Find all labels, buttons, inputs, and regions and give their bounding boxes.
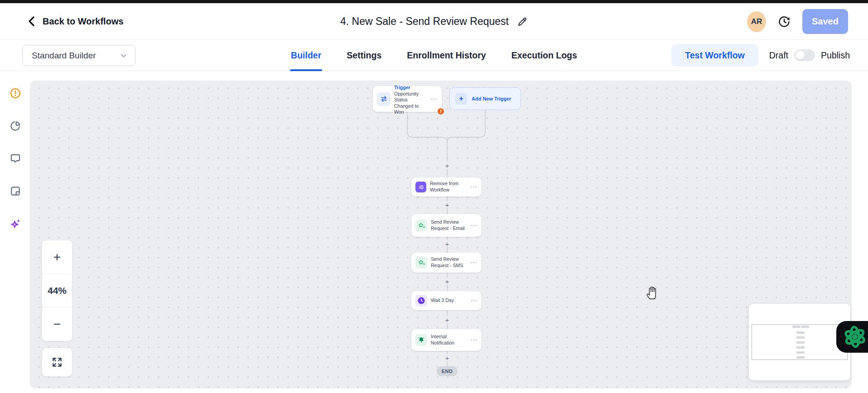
node-more-button[interactable]: ··· (471, 222, 477, 229)
workflow-builder-app: Back to Workflows 4. New Sale - Send Rev… (0, 0, 868, 393)
node-label: Internal Notification (431, 334, 467, 346)
back-label: Back to Workflows (43, 16, 124, 27)
action-node-send-review-request-sms[interactable]: Send Review Request - SMS ··· (411, 253, 482, 273)
add-step-connector[interactable]: + (444, 201, 451, 208)
node-more-button[interactable]: ··· (471, 337, 477, 343)
chat-bubble-icon (10, 153, 21, 164)
add-step-connector[interactable]: + (444, 316, 451, 323)
minimap-node (796, 356, 805, 359)
review-star-icon (415, 220, 427, 231)
minimap-node (796, 336, 805, 339)
trigger-more-button[interactable]: ··· (431, 96, 438, 102)
test-workflow-button[interactable]: Test Workflow (671, 44, 758, 67)
minimap-node (796, 341, 805, 344)
version-history-button[interactable] (778, 15, 791, 28)
zoom-controls: + 44% − (42, 240, 72, 341)
minimap[interactable] (749, 304, 850, 380)
wait-clock-icon (415, 295, 427, 307)
publish-group: Draft Publish (769, 49, 850, 61)
tab-bar: Builder Settings Enrollment History Exec… (291, 40, 577, 71)
tab-builder[interactable]: Builder (291, 40, 321, 71)
node-label: Send Review Request - Email (431, 219, 467, 231)
trigger-swap-icon (377, 92, 391, 106)
toolbar-right: Test Workflow Draft Publish (671, 44, 850, 67)
publish-label: Publish (821, 50, 850, 61)
add-new-trigger-label: Add New Trigger (472, 96, 511, 101)
minimap-node (796, 346, 805, 349)
builder-mode-select[interactable]: Standard Builder (22, 45, 135, 66)
stats-button[interactable] (10, 120, 21, 132)
fit-view-button[interactable] (42, 348, 72, 377)
chevron-down-icon (120, 52, 128, 60)
atom-icon (842, 324, 868, 350)
add-new-trigger-button[interactable]: + Add New Trigger (449, 87, 521, 110)
node-label: Remove from Workflow (430, 181, 467, 193)
action-node-send-review-request-email[interactable]: Send Review Request - Email ··· (411, 214, 482, 237)
extension-badge[interactable] (836, 321, 868, 353)
left-icon-rail (10, 87, 21, 230)
add-step-connector[interactable]: + (444, 240, 451, 247)
minimap-node (796, 351, 805, 354)
end-badge: END (437, 366, 458, 376)
header-right: AR Saved (747, 3, 848, 40)
action-node-remove-from-workflow[interactable]: Remove from Workflow ··· (411, 177, 482, 196)
comments-button[interactable] (10, 153, 21, 164)
avatar[interactable]: AR (747, 11, 766, 32)
toolbar: Standard Builder Builder Settings Enroll… (0, 40, 868, 71)
workflow-alerts-button[interactable] (10, 87, 21, 99)
notes-card-icon (10, 185, 21, 197)
zoom-out-button[interactable]: − (42, 307, 72, 341)
tab-enrollment-history[interactable]: Enrollment History (407, 40, 486, 71)
node-label: Wait 3 Day (431, 297, 467, 304)
ai-assistant-button[interactable] (10, 218, 21, 230)
node-label: Send Review Request - SMS (431, 256, 467, 268)
zoom-in-button[interactable]: + (42, 240, 72, 274)
trigger-warning-badge: ! (437, 107, 445, 115)
remove-from-workflow-icon (415, 182, 426, 192)
header: Back to Workflows 4. New Sale - Send Rev… (0, 3, 868, 40)
minimap-viewport[interactable] (752, 324, 848, 360)
review-star-icon (415, 257, 427, 268)
notification-bell-icon (415, 334, 427, 346)
add-step-connector[interactable]: + (444, 278, 451, 285)
pie-chart-icon (10, 120, 21, 132)
browser-top-strip (0, 0, 868, 3)
edit-title-button[interactable] (517, 16, 528, 27)
action-node-internal-notification[interactable]: Internal Notification ··· (411, 329, 482, 351)
node-more-button[interactable]: ··· (471, 259, 477, 266)
action-node-wait-3-day[interactable]: Wait 3 Day ··· (411, 291, 482, 310)
history-clock-icon (778, 15, 791, 28)
ai-sparkles-icon (10, 218, 21, 230)
trigger-text: Trigger Opportunity Status Changed to Wo… (394, 83, 427, 115)
minimap-node (801, 326, 809, 328)
zoom-level: 44% (42, 274, 72, 307)
notes-button[interactable] (10, 185, 21, 197)
tab-settings[interactable]: Settings (347, 40, 381, 71)
draft-label: Draft (769, 50, 788, 61)
toggle-knob (796, 51, 805, 60)
node-more-button[interactable]: ··· (471, 297, 477, 304)
node-more-button[interactable]: ··· (471, 184, 477, 190)
chevron-left-icon (27, 16, 36, 27)
alert-circle-icon (10, 87, 21, 99)
save-button[interactable]: Saved (802, 9, 848, 34)
title-wrap: 4. New Sale - Send Review Request (340, 3, 528, 40)
minimap-node (796, 331, 805, 334)
page-title: 4. New Sale - Send Review Request (340, 15, 509, 28)
expand-icon (51, 356, 63, 368)
tab-execution-logs[interactable]: Execution Logs (511, 40, 577, 71)
minimap-node (792, 326, 800, 328)
back-to-workflows-button[interactable]: Back to Workflows (27, 16, 124, 27)
trigger-name: Opportunity Status Changed to Won (394, 91, 427, 115)
plus-icon: + (455, 93, 467, 105)
add-step-connector[interactable]: + (444, 162, 451, 169)
trigger-kind-label: Trigger (394, 85, 410, 90)
add-step-connector[interactable]: + (444, 354, 451, 361)
publish-toggle[interactable] (794, 49, 815, 61)
pencil-icon (517, 16, 528, 27)
builder-mode-value: Standard Builder (32, 51, 96, 61)
trigger-node[interactable]: Trigger Opportunity Status Changed to Wo… (373, 86, 442, 112)
